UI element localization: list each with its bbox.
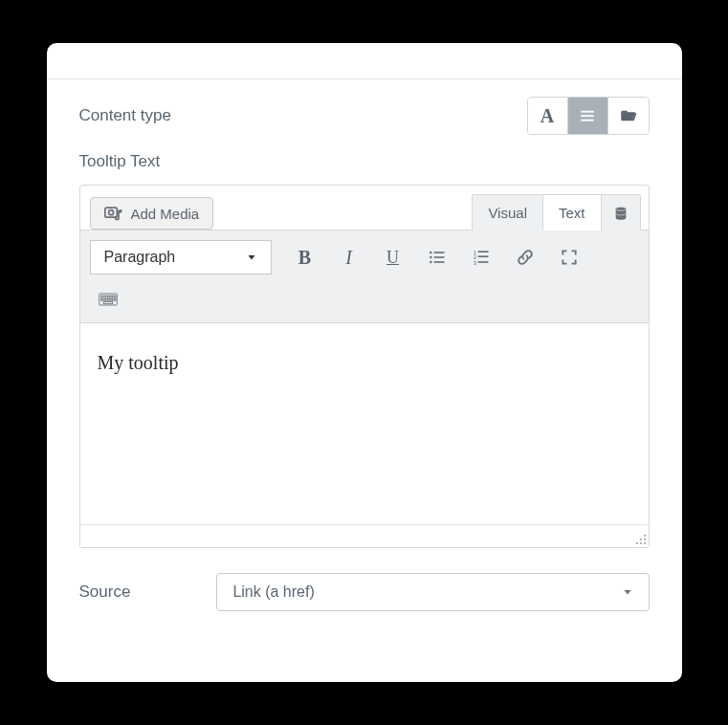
svg-rect-28	[110, 298, 112, 300]
underline-button[interactable]: U	[373, 240, 413, 275]
numbered-list-icon: 1 2 3	[472, 248, 491, 267]
content-type-text-button[interactable]: A	[528, 98, 568, 134]
tooltip-text-section: Tooltip Text Add Media Visual	[47, 143, 682, 548]
editor-tabs: Visual Text	[472, 194, 640, 231]
svg-rect-3	[104, 208, 117, 217]
svg-rect-24	[114, 296, 116, 297]
bold-icon: B	[298, 247, 311, 269]
format-select[interactable]: Paragraph	[90, 240, 272, 275]
toolbar-second-row	[90, 286, 639, 313]
chevron-down-icon	[246, 252, 257, 263]
bullet-list-button[interactable]	[417, 240, 457, 275]
header-divider	[47, 51, 682, 79]
source-label: Source	[79, 582, 131, 602]
svg-point-34	[636, 542, 638, 544]
keyboard-icon	[99, 290, 118, 309]
svg-rect-30	[103, 302, 112, 304]
content-type-label: Content type	[79, 106, 171, 125]
svg-point-9	[430, 256, 432, 259]
letter-a-icon: A	[540, 105, 554, 127]
tab-database[interactable]	[601, 194, 641, 231]
bold-button[interactable]: B	[285, 240, 325, 275]
svg-rect-22	[107, 296, 109, 297]
svg-rect-2	[581, 120, 594, 121]
italic-icon: I	[345, 247, 352, 269]
svg-point-4	[108, 210, 113, 215]
svg-point-35	[640, 542, 642, 544]
source-select-value: Link (a href)	[232, 583, 314, 601]
svg-rect-18	[477, 261, 488, 263]
editor-toolbar: Paragraph B I U	[80, 230, 649, 323]
editor-content[interactable]: My tooltip	[80, 323, 649, 524]
content-type-template-button[interactable]	[608, 98, 649, 134]
source-select[interactable]: Link (a href)	[216, 573, 649, 611]
database-icon	[613, 206, 629, 221]
svg-rect-12	[433, 261, 444, 263]
fullscreen-button[interactable]	[549, 240, 589, 275]
link-icon	[516, 248, 535, 267]
content-type-row: Content type A Wysiwyg	[47, 79, 682, 143]
svg-rect-14	[477, 251, 488, 253]
resize-grip-icon	[631, 530, 647, 545]
format-select-value: Paragraph	[104, 249, 176, 266]
svg-rect-27	[107, 298, 109, 300]
svg-point-32	[640, 538, 642, 540]
svg-text:3: 3	[473, 260, 475, 266]
underline-icon: U	[386, 248, 399, 268]
svg-rect-16	[477, 255, 488, 257]
source-row: Source Link (a href)	[47, 548, 682, 630]
svg-point-7	[430, 252, 432, 254]
hamburger-icon	[579, 107, 596, 124]
svg-rect-1	[581, 115, 594, 117]
fullscreen-icon	[560, 248, 579, 267]
svg-rect-26	[104, 298, 106, 300]
keyboard-button[interactable]	[90, 286, 126, 313]
svg-point-36	[644, 542, 646, 544]
resize-handle[interactable]	[631, 530, 647, 545]
svg-point-11	[430, 261, 432, 264]
svg-rect-21	[104, 296, 106, 297]
svg-rect-29	[114, 298, 116, 300]
svg-rect-23	[110, 296, 112, 297]
camera-music-icon	[104, 205, 123, 222]
chevron-down-icon	[622, 586, 633, 598]
svg-rect-0	[581, 111, 594, 113]
editor-top-row: Add Media Visual Text	[80, 186, 649, 230]
settings-panel: Content type A Wysiwyg	[47, 43, 682, 682]
italic-button[interactable]: I	[329, 240, 369, 275]
svg-rect-20	[100, 296, 102, 297]
svg-point-31	[644, 535, 646, 537]
tab-text[interactable]: Text	[542, 194, 601, 231]
numbered-list-button[interactable]: 1 2 3	[461, 240, 501, 275]
add-media-button[interactable]: Add Media	[90, 197, 214, 230]
svg-rect-10	[433, 256, 444, 258]
add-media-label: Add Media	[131, 206, 200, 222]
folder-open-icon	[620, 107, 637, 124]
tab-text-label: Text	[559, 205, 585, 221]
svg-rect-8	[433, 252, 444, 253]
bullet-list-icon	[428, 248, 447, 267]
content-type-switch: A Wysiwyg	[527, 97, 650, 135]
editor-wrapper: Add Media Visual Text	[79, 185, 650, 548]
svg-point-33	[644, 538, 646, 540]
tab-visual[interactable]: Visual	[472, 194, 542, 231]
tab-visual-label: Visual	[488, 205, 527, 221]
tooltip-text-label: Tooltip Text	[79, 152, 650, 171]
editor-statusbar	[80, 524, 649, 547]
link-button[interactable]	[505, 240, 545, 275]
svg-rect-25	[100, 298, 102, 300]
content-type-wysiwyg-button[interactable]: Wysiwyg	[568, 98, 608, 134]
